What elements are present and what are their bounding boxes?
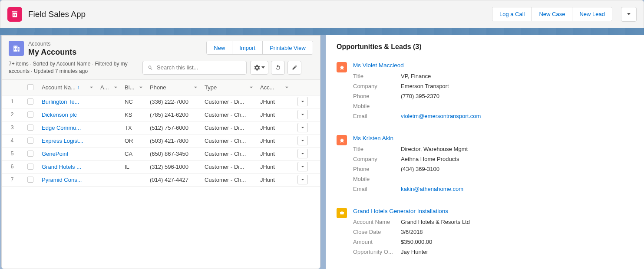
lead-icon (337, 135, 347, 145)
col-account-name[interactable]: Account Na... ↑ (38, 84, 97, 91)
table-row: 1Burlington Te...NC(336) 222-7000Custome… (2, 95, 320, 108)
select-all-checkbox[interactable] (27, 84, 33, 90)
row-action-button[interactable] (297, 97, 308, 106)
col-type[interactable]: Type (201, 84, 257, 91)
related-field: Opportunity O...Jay Hunter (353, 249, 634, 255)
field-value: Aethna Home Products (401, 156, 459, 162)
cell-billing-state: OR (121, 138, 146, 144)
account-name-link[interactable]: Burlington Te... (42, 98, 79, 105)
related-field: Phone(770) 395-2370 (353, 93, 634, 99)
field-label: Title (353, 73, 401, 79)
related-field: Phone(434) 369-3100 (353, 166, 634, 172)
col-acc[interactable]: Acc... (257, 84, 292, 91)
related-name-link[interactable]: Ms Violet Maccleod (353, 62, 404, 69)
printable-view-button[interactable]: Printable View (263, 41, 313, 54)
col-phone[interactable]: Phone (146, 84, 201, 91)
refresh-icon (275, 65, 281, 71)
lead-item: Ms Kristen AkinTitleDirector, Warehouse … (337, 135, 634, 196)
row-action-button[interactable] (297, 175, 308, 184)
cell-owner: JHunt (257, 138, 292, 144)
cell-type: Customer - Ch... (201, 151, 257, 157)
cell-owner: JHunt (257, 164, 292, 170)
top-more-button[interactable] (621, 7, 637, 22)
cell-type: Customer - Ch... (201, 138, 257, 144)
cell-type: Customer - Di... (201, 98, 257, 105)
field-value: $350,000.00 (401, 239, 432, 245)
field-value: 3/6/2018 (401, 229, 423, 235)
row-action-button[interactable] (297, 162, 308, 171)
refresh-button[interactable] (271, 61, 285, 75)
account-name-link[interactable]: GenePoint (42, 151, 68, 157)
main-area: Accounts My Accounts New Import Printabl… (0, 35, 644, 269)
gear-icon (254, 65, 260, 71)
field-label: Title (353, 146, 401, 152)
account-name-link[interactable]: Edge Commu... (42, 125, 81, 131)
email-link[interactable]: kakin@athenahome.com (401, 186, 463, 192)
related-name-link[interactable]: Ms Kristen Akin (353, 135, 393, 141)
account-name-link[interactable]: Dickenson plc (42, 112, 77, 118)
new-button[interactable]: New (207, 41, 232, 54)
cell-phone: (014) 427-4427 (146, 177, 201, 183)
related-panel: Opportunities & Leads (3) Ms Violet Macc… (326, 35, 644, 269)
row-checkbox[interactable] (27, 125, 33, 131)
sort-asc-icon: ↑ (77, 85, 80, 90)
search-box[interactable] (142, 61, 247, 75)
accounts-list-card: Accounts My Accounts New Import Printabl… (1, 35, 320, 269)
field-label: Email (353, 186, 401, 192)
list-action-group: New Import Printable View (206, 41, 313, 55)
opportunity-item: Grand Hotels Generator InstallationsAcco… (337, 208, 634, 259)
new-case-button[interactable]: New Case (532, 7, 572, 21)
caret-down-icon (627, 13, 631, 15)
cell-type: Customer - Di... (201, 164, 257, 170)
row-number: 7 (2, 177, 23, 183)
cell-phone: (650) 867-3450 (146, 151, 201, 157)
col-a[interactable]: A... (97, 84, 121, 91)
cell-billing-state: NC (121, 98, 146, 105)
field-label: Mobile (353, 103, 401, 109)
row-checkbox[interactable] (27, 138, 33, 144)
email-link[interactable]: violetm@emersontransport.com (401, 113, 481, 119)
row-checkbox[interactable] (27, 112, 33, 118)
row-action-button[interactable] (297, 136, 308, 145)
field-label: Phone (353, 166, 401, 172)
table-body: 1Burlington Te...NC(336) 222-7000Custome… (2, 95, 320, 187)
row-checkbox[interactable] (27, 98, 33, 105)
cell-phone: (336) 222-7000 (146, 98, 201, 105)
app-name-label: Field Sales App (28, 10, 86, 19)
row-action-button[interactable] (297, 123, 308, 132)
new-lead-button[interactable]: New Lead (572, 7, 612, 21)
row-checkbox[interactable] (27, 151, 33, 157)
cell-phone: (512) 757-6000 (146, 125, 201, 131)
field-label: Opportunity O... (353, 249, 401, 255)
field-value: kakin@athenahome.com (401, 186, 463, 192)
row-number: 6 (2, 164, 23, 170)
table-row: 3Edge Commu...TX(512) 757-6000Customer -… (2, 121, 320, 134)
account-name-link[interactable]: Express Logist... (42, 138, 83, 144)
lead-icon (337, 62, 347, 72)
row-checkbox[interactable] (27, 177, 33, 183)
list-settings-button[interactable] (250, 61, 268, 75)
top-action-group: Log a Call New Case New Lead (492, 7, 612, 21)
cell-owner: JHunt (257, 177, 292, 183)
import-button[interactable]: Import (232, 41, 263, 54)
edit-button[interactable] (287, 61, 301, 75)
account-name-link[interactable]: Pyramid Cons... (42, 177, 82, 183)
field-value: Jay Hunter (401, 249, 428, 255)
account-name-link[interactable]: Grand Hotels ... (42, 164, 81, 170)
field-value: Director, Warehouse Mgmt (401, 146, 468, 152)
search-input[interactable] (157, 64, 242, 71)
object-label: Accounts (28, 41, 206, 47)
row-action-button[interactable] (297, 149, 308, 158)
row-checkbox[interactable] (27, 164, 33, 170)
row-action-button[interactable] (297, 110, 308, 119)
related-name-link[interactable]: Grand Hotels Generator Installations (353, 208, 448, 214)
cell-owner: JHunt (257, 112, 292, 118)
field-value: VP, Finance (401, 73, 431, 79)
col-menu-icon (89, 84, 93, 91)
caret-down-icon (261, 66, 265, 69)
related-field: Mobile (353, 176, 634, 182)
related-field: Emailkakin@athenahome.com (353, 186, 634, 192)
topbar: Field Sales App Log a Call New Case New … (0, 0, 644, 28)
log-a-call-button[interactable]: Log a Call (492, 7, 532, 21)
col-bi[interactable]: Bi... (121, 84, 146, 91)
